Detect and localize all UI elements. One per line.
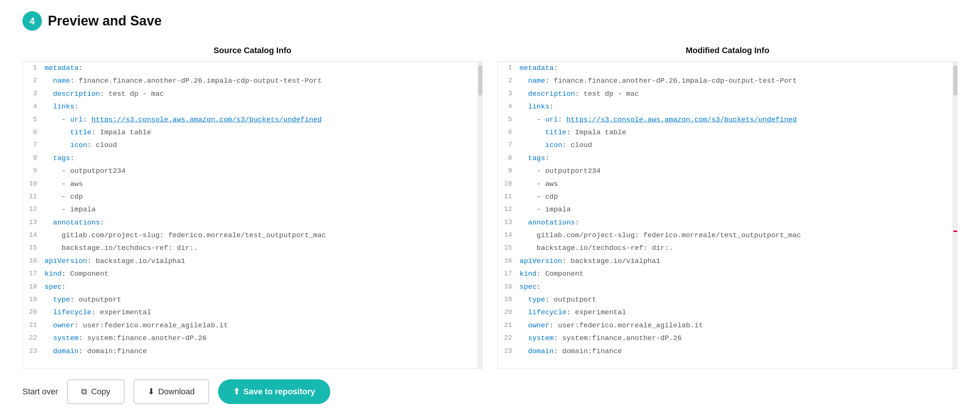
copy-label: Copy: [91, 387, 110, 397]
table-row: 2 name: finance.finance.another-dP.26.im…: [23, 75, 478, 87]
line-content: apiVersion: backstage.io/v1alpha1: [517, 255, 953, 268]
modified-scrollbar-thumb: [953, 65, 957, 96]
source-scrollbar-thumb: [479, 65, 482, 96]
line-content: gitlab.com/project-slug: federico.morrea…: [41, 229, 478, 242]
line-content: tags:: [41, 152, 478, 165]
line-content: owner: user:federico.morreale_agilelab.i…: [517, 319, 953, 332]
source-scrollbar[interactable]: [478, 62, 482, 368]
line-content: - outputport234: [517, 165, 953, 177]
table-row: 14 gitlab.com/project-slug: federico.mor…: [498, 229, 953, 242]
line-content: annotations:: [517, 216, 953, 229]
modified-code-scroll[interactable]: 1metadata:2 name: finance.finance.anothe…: [498, 62, 953, 368]
download-button[interactable]: Download: [134, 379, 209, 404]
save-to-repository-button[interactable]: Save to repository: [218, 379, 330, 404]
line-number: 4: [23, 100, 41, 113]
line-number: 4: [498, 100, 517, 113]
line-content: - outputport234: [41, 165, 478, 177]
line-content: metadata:: [517, 62, 953, 75]
table-row: 11 - cdp: [498, 190, 953, 203]
table-row: 3 description: test dp - mac: [23, 88, 478, 100]
table-row: 18spec:: [498, 280, 953, 293]
source-code-scroll[interactable]: 1metadata:2 name: finance.finance.anothe…: [23, 62, 478, 368]
line-number: 7: [23, 139, 41, 151]
line-content: links:: [517, 100, 953, 113]
table-row: 23 domain: domain:finance: [23, 345, 478, 358]
table-row: 19 type: outputport: [498, 293, 953, 306]
line-content: icon: cloud: [517, 139, 953, 151]
table-row: 5 - url: https://s3.console.aws.amazon.c…: [498, 113, 953, 126]
line-content: title: Impala table: [517, 126, 953, 139]
line-content: type: outputport: [41, 293, 478, 306]
line-number: 6: [498, 126, 517, 139]
table-row: 5 - url: https://s3.console.aws.amazon.c…: [23, 113, 478, 126]
source-code-container[interactable]: 1metadata:2 name: finance.finance.anothe…: [22, 61, 482, 369]
line-number: 2: [498, 75, 517, 87]
line-content: - cdp: [41, 190, 478, 203]
line-number: 22: [23, 332, 41, 344]
modified-code-container[interactable]: 1metadata:2 name: finance.finance.anothe…: [498, 61, 958, 369]
line-content: owner: user:federico.morreale_agilelab.i…: [41, 319, 478, 332]
line-number: 12: [498, 203, 517, 216]
line-content: annotations:: [41, 216, 478, 229]
line-number: 14: [498, 229, 517, 242]
modified-panel-title: Modified Catalog Info: [498, 46, 958, 55]
table-row: 18spec:: [23, 280, 478, 293]
line-number: 19: [498, 293, 517, 306]
line-number: 9: [498, 165, 517, 177]
save-label: Save to repository: [243, 387, 315, 397]
line-number: 13: [498, 216, 517, 229]
line-content: tags:: [517, 152, 953, 165]
line-content: kind: Component: [517, 268, 953, 280]
table-row: 19 type: outputport: [23, 293, 478, 306]
table-row: 7 icon: cloud: [23, 139, 478, 151]
table-row: 14 gitlab.com/project-slug: federico.mor…: [23, 229, 478, 242]
table-row: 22 system: system:finance.another-dP.26: [498, 332, 953, 344]
line-content: spec:: [41, 280, 478, 293]
line-content: - impala: [517, 203, 953, 216]
line-number: 5: [23, 113, 41, 126]
line-content: domain: domain:finance: [41, 345, 478, 358]
step-badge: 4: [22, 11, 42, 31]
table-row: 12 - impala: [23, 203, 478, 216]
line-content: title: Impala table: [41, 126, 478, 139]
line-content: - impala: [41, 203, 478, 216]
line-content: - url: https://s3.console.aws.amazon.com…: [41, 113, 478, 126]
table-row: 9 - outputport234: [498, 165, 953, 177]
line-content: metadata:: [41, 62, 478, 75]
line-number: 7: [498, 139, 517, 151]
table-row: 3 description: test dp - mac: [498, 88, 953, 100]
line-content: description: test dp - mac: [517, 88, 953, 100]
line-number: 18: [498, 280, 517, 293]
line-number: 8: [23, 152, 41, 165]
table-row: 13 annotations:: [23, 216, 478, 229]
table-row: 4 links:: [23, 100, 478, 113]
table-row: 8 tags:: [498, 152, 953, 165]
line-content: - aws: [41, 178, 478, 190]
table-row: 12 - impala: [498, 203, 953, 216]
page-container: 4 Preview and Save Source Catalog Info 1…: [0, 0, 980, 419]
line-content: name: finance.finance.another-dP.26.impa…: [41, 75, 478, 87]
source-panel-title: Source Catalog Info: [22, 46, 482, 55]
table-row: 20 lifecycle: experimental: [498, 306, 953, 319]
table-row: 4 links:: [498, 100, 953, 113]
copy-icon: [81, 387, 87, 397]
line-number: 20: [498, 306, 517, 319]
line-number: 14: [23, 229, 41, 242]
table-row: 22 system: system:finance.another-dP.26: [23, 332, 478, 344]
table-row: 7 icon: cloud: [498, 139, 953, 151]
modified-scrollbar[interactable]: [953, 62, 957, 368]
line-content: - url: https://s3.console.aws.amazon.com…: [517, 113, 953, 126]
table-row: 15 backstage.io/techdocs-ref: dir:.: [498, 242, 953, 254]
download-icon: [148, 387, 154, 397]
line-number: 13: [23, 216, 41, 229]
line-content: spec:: [517, 280, 953, 293]
line-number: 3: [23, 88, 41, 100]
line-content: gitlab.com/project-slug: federico.morrea…: [517, 229, 953, 242]
table-row: 21 owner: user:federico.morreale_agilela…: [23, 319, 478, 332]
start-over-button[interactable]: Start over: [22, 387, 58, 397]
line-number: 23: [23, 345, 41, 358]
line-content: - cdp: [517, 190, 953, 203]
table-row: 17kind: Component: [23, 268, 478, 280]
copy-button[interactable]: Copy: [67, 379, 124, 404]
line-content: - aws: [517, 178, 953, 190]
